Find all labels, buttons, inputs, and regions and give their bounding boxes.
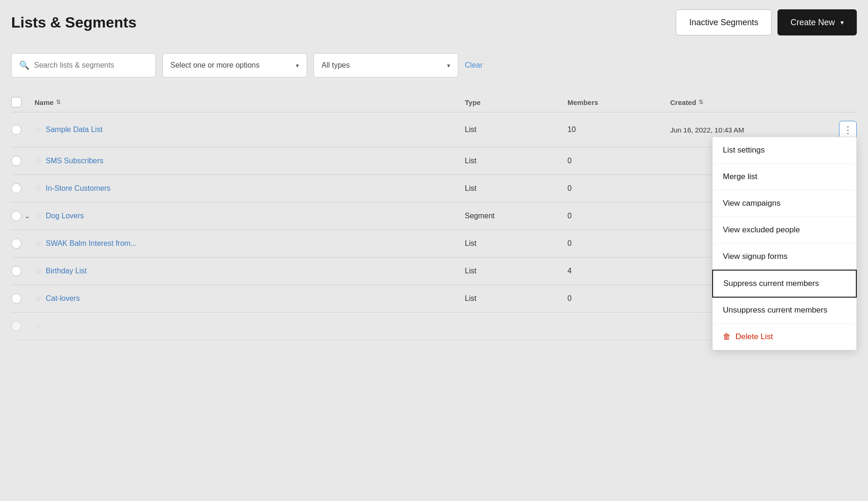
row-name-cell: ☆ Dog Lovers (35, 211, 465, 221)
row-name-link[interactable]: In-Store Customers (46, 184, 111, 193)
expand-chevron-icon[interactable]: ⌄ (24, 212, 30, 220)
row-checkbox-col (11, 293, 35, 304)
star-icon[interactable]: ☆ (35, 321, 42, 331)
page-wrapper: Lists & Segments Inactive Segments Creat… (0, 0, 868, 501)
row-checkbox[interactable] (11, 125, 21, 135)
select-all-checkbox[interactable] (11, 97, 21, 107)
row-checkbox[interactable] (11, 183, 21, 194)
col-header-name: Name ⇅ (35, 98, 465, 106)
row-checkbox-col (11, 321, 35, 331)
row-members: 0 (567, 294, 670, 303)
row-name-link[interactable]: Cat-lovers (46, 294, 80, 303)
row-checkbox-col (11, 125, 35, 135)
inactive-segments-button[interactable]: Inactive Segments (676, 9, 772, 35)
row-members: 0 (567, 212, 670, 220)
row-members: 4 (567, 267, 670, 275)
menu-item-view-excluded[interactable]: View excluded people (713, 217, 856, 244)
chevron-down-icon: ▾ (296, 62, 299, 69)
row-name-link[interactable]: Birthday List (46, 267, 87, 275)
row-name-cell: ☆ Cat-lovers (35, 293, 465, 304)
create-new-button[interactable]: Create New ▾ (777, 9, 857, 35)
row-checkbox[interactable] (11, 238, 21, 249)
chevron-down-icon: ▾ (840, 19, 844, 26)
table-header: Name ⇅ Type Members Created ⇅ (11, 92, 857, 112)
header-actions: Inactive Segments Create New ▾ (676, 9, 857, 35)
context-menu: List settings Merge list View campaigns … (712, 137, 857, 350)
row-members: 0 (567, 157, 670, 165)
row-name-cell: ☆ (35, 321, 465, 331)
col-header-created: Created ⇅ (670, 98, 829, 106)
star-icon[interactable]: ☆ (35, 238, 42, 249)
row-checkbox-col (11, 266, 35, 276)
star-icon[interactable]: ☆ (35, 211, 42, 221)
search-box: 🔍 (11, 53, 156, 77)
row-type: List (465, 294, 567, 303)
row-type: Segment (465, 212, 567, 220)
row-members: 10 (567, 125, 670, 134)
menu-item-delete-list[interactable]: 🗑 Delete List (713, 324, 856, 350)
menu-item-unsuppress-members[interactable]: Unsuppress current members (713, 297, 856, 324)
header-checkbox-col (11, 97, 35, 107)
col-header-type: Type (465, 98, 567, 106)
menu-item-view-signup-forms[interactable]: View signup forms (713, 244, 856, 270)
row-name-link[interactable]: Dog Lovers (46, 212, 84, 220)
menu-item-list-settings[interactable]: List settings (713, 137, 856, 164)
star-icon[interactable]: ☆ (35, 293, 42, 304)
row-checkbox[interactable] (11, 156, 21, 166)
row-name-link[interactable]: SMS Subscribers (46, 157, 104, 165)
row-name-cell: ☆ SWAK Balm Interest from... (35, 238, 465, 249)
trash-icon: 🗑 (723, 332, 731, 341)
menu-item-merge-list[interactable]: Merge list (713, 164, 856, 190)
page-header: Lists & Segments Inactive Segments Creat… (11, 9, 857, 40)
row-type: List (465, 125, 567, 134)
row-name-cell: ☆ Birthday List (35, 266, 465, 276)
filters-row: 🔍 Select one or more options ▾ All types… (11, 53, 857, 77)
row-checkbox[interactable] (11, 211, 21, 221)
row-type: List (465, 239, 567, 248)
search-input[interactable] (34, 61, 148, 70)
row-members: 0 (567, 239, 670, 248)
row-created: Jun 16, 2022, 10:43 AM (670, 126, 829, 134)
row-checkbox-col (11, 156, 35, 166)
clear-link[interactable]: Clear (465, 61, 483, 70)
table-container: Name ⇅ Type Members Created ⇅ ☆ Sample D… (11, 92, 857, 340)
star-icon[interactable]: ☆ (35, 156, 42, 166)
sort-icon[interactable]: ⇅ (56, 99, 61, 105)
row-checkbox[interactable] (11, 321, 21, 331)
row-name-cell: ☆ In-Store Customers (35, 183, 465, 194)
menu-item-suppress-members[interactable]: Suppress current members (712, 270, 857, 298)
star-icon[interactable]: ☆ (35, 183, 42, 194)
row-name-link[interactable]: SWAK Balm Interest from... (46, 239, 137, 248)
row-menu-button[interactable]: ⋮ (839, 121, 857, 139)
menu-item-view-campaigns[interactable]: View campaigns (713, 190, 856, 217)
star-icon[interactable]: ☆ (35, 266, 42, 276)
search-icon: 🔍 (19, 60, 29, 70)
row-type: List (465, 157, 567, 165)
row-name-cell: ☆ SMS Subscribers (35, 156, 465, 166)
row-checkbox[interactable] (11, 266, 21, 276)
row-checkbox-col (11, 183, 35, 194)
row-type: List (465, 184, 567, 193)
star-icon[interactable]: ☆ (35, 125, 42, 135)
table-row: ☆ Sample Data List List 10 Jun 16, 2022,… (11, 112, 857, 147)
row-name-cell: ☆ Sample Data List (35, 125, 465, 135)
three-dot-icon: ⋮ (843, 124, 853, 135)
type-dropdown[interactable]: All types ▾ (314, 53, 458, 77)
row-checkbox[interactable] (11, 293, 21, 304)
row-name-link[interactable]: Sample Data List (46, 125, 103, 134)
row-type: List (465, 267, 567, 275)
page-title: Lists & Segments (11, 14, 137, 31)
row-actions: ⋮ List settings Merge list View campaign… (829, 121, 857, 139)
row-checkbox-col: ⌄ (11, 211, 35, 221)
sort-icon[interactable]: ⇅ (699, 99, 703, 105)
row-members: 0 (567, 184, 670, 193)
row-checkbox-col (11, 238, 35, 249)
options-dropdown[interactable]: Select one or more options ▾ (162, 53, 307, 77)
col-header-members: Members (567, 98, 670, 106)
chevron-down-icon: ▾ (447, 62, 450, 69)
